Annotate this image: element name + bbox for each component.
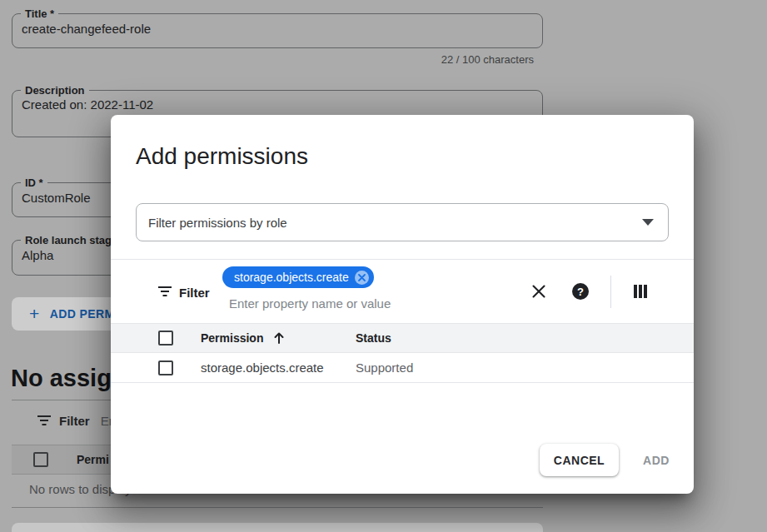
clear-filter-icon[interactable]	[527, 280, 550, 303]
filter-icon	[157, 286, 172, 297]
add-permissions-dialog: Add permissions Filter permissions by ro…	[111, 115, 694, 494]
background-filter-bar[interactable]: Filter En	[37, 414, 116, 428]
create-role-page: Title * create-changefeed-role 22 / 100 …	[0, 0, 767, 532]
help-icon[interactable]: ?	[569, 280, 592, 303]
chevron-down-icon	[642, 219, 654, 226]
chip-remove-icon[interactable]	[355, 271, 369, 285]
sort-ascending-icon[interactable]	[273, 331, 285, 345]
column-display-icon[interactable]	[629, 280, 652, 303]
filter-chip-text: storage.objects.create	[234, 271, 349, 284]
row-checkbox[interactable]	[158, 360, 173, 375]
filter-chip[interactable]: storage.objects.create	[222, 266, 374, 288]
row-status: Supported	[356, 360, 413, 375]
status-column-header: Status	[356, 331, 391, 345]
id-field-value: CustomRole	[22, 191, 91, 205]
description-field-value: Created on: 2022-11-02	[22, 97, 153, 112]
table-bottom-divider	[12, 507, 543, 508]
add-button[interactable]: ADD	[631, 444, 681, 476]
select-all-checkbox[interactable]	[33, 452, 48, 467]
cancel-button[interactable]: CANCEL	[540, 444, 619, 476]
filter-permissions-by-role-select[interactable]: Filter permissions by role	[136, 203, 669, 241]
filter-icon	[37, 415, 52, 426]
filter-property-input[interactable]	[229, 296, 479, 311]
role-launch-stage-value: Alpha	[22, 248, 53, 262]
dialog-title: Add permissions	[136, 143, 308, 170]
title-field-label: Title *	[21, 7, 58, 20]
id-field-label: ID *	[21, 177, 47, 189]
role-select-value: Filter permissions by role	[148, 216, 642, 230]
row-permission: storage.objects.create	[201, 360, 356, 375]
permissions-table-header: Permission Status	[111, 323, 694, 353]
background-filter-label: Filter	[59, 414, 90, 428]
background-permission-column-header: Permi	[77, 453, 109, 466]
permissions-filter-toolbar: Filter storage.objects.create ?	[111, 259, 694, 323]
add-permissions-button-label: ADD PERM	[50, 307, 115, 321]
filter-label: Filter	[179, 286, 210, 300]
title-field[interactable]: Title * create-changefeed-role	[12, 13, 543, 48]
description-field-label: Description	[21, 84, 89, 97]
title-char-counter: 22 / 100 characters	[441, 53, 534, 66]
table-row[interactable]: storage.objects.create Supported	[111, 353, 694, 383]
title-field-value: create-changefeed-role	[22, 22, 151, 36]
permission-column-header[interactable]: Permission	[201, 331, 356, 345]
toolbar-divider	[610, 276, 611, 308]
select-all-checkbox[interactable]	[158, 331, 173, 346]
role-launch-stage-label: Role launch stag	[21, 234, 116, 246]
next-section-panel	[12, 523, 543, 532]
plus-icon: +	[29, 306, 40, 322]
